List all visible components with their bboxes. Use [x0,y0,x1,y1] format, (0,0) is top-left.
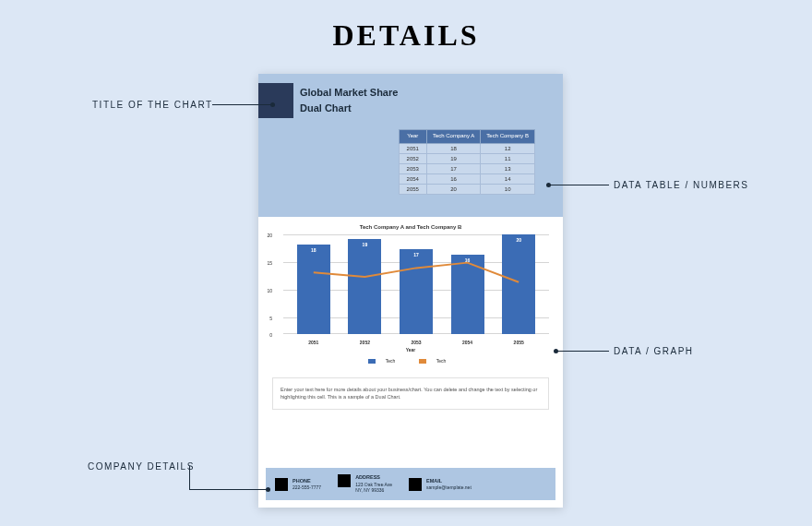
table-row: 20541614 [399,173,534,184]
table-row: 20521911 [399,153,534,163]
table-row: 20531713 [399,163,534,173]
header-band: Global Market Share Dual Chart Year Tech… [258,74,563,217]
template-page: Global Market Share Dual Chart Year Tech… [258,74,563,508]
chart-legend: Tech Tech [272,358,549,364]
bar: 18 [297,245,330,334]
bar: 20 [502,234,535,334]
chart-title-block: Global Market Share Dual Chart [300,85,398,115]
title-line1: Global Market Share [300,85,398,101]
chart-box: 20 15 10 5 0 18 19 17 16 20 2051 [283,234,549,345]
table-row: 20552010 [399,184,534,194]
page-heading: DETAILS [0,0,812,53]
th-company-b: Tech Company B [481,130,535,144]
x-axis-labels: 2051 2052 2053 2054 2055 [288,340,544,345]
annotation-company: COMPANY DETAILS [88,461,195,472]
company-footer: PHONE222-555-7777 ADDRESS123 Oak Tree Av… [266,468,555,500]
bar: 17 [400,249,433,334]
annotation-table: DATA TABLE / NUMBERS [614,180,749,190]
annotation-graph: DATA / GRAPH [614,346,694,356]
footer-phone: PHONE222-555-7777 [275,478,321,491]
table-row: 20511812 [399,143,534,153]
annotation-title: TITLE OF THE CHART [92,100,213,110]
th-year: Year [399,130,426,144]
bar: 19 [348,239,381,334]
data-table: Year Tech Company A Tech Company B 20511… [399,129,535,195]
phone-icon [275,478,288,491]
footer-address: ADDRESS123 Oak Tree AveNY, NY 99336 [338,474,392,493]
email-icon [409,478,422,491]
th-company-a: Tech Company A [426,130,480,144]
chart-subtitle: Tech Company A and Tech Company B [272,224,549,230]
table-header-row: Year Tech Company A Tech Company B [399,130,534,144]
footer-email: EMAILsample@template.net [409,478,472,491]
chart-area: Tech Company A and Tech Company B 20 15 … [258,217,563,368]
x-axis-title: Year [272,347,549,353]
address-icon [338,474,351,487]
title-accent-box [258,83,293,118]
title-line2: Dual Chart [300,101,398,116]
bar: 16 [451,255,484,334]
description-text: Enter your text here for more details ab… [272,377,549,410]
bar-group: 18 19 17 16 20 [288,234,544,334]
